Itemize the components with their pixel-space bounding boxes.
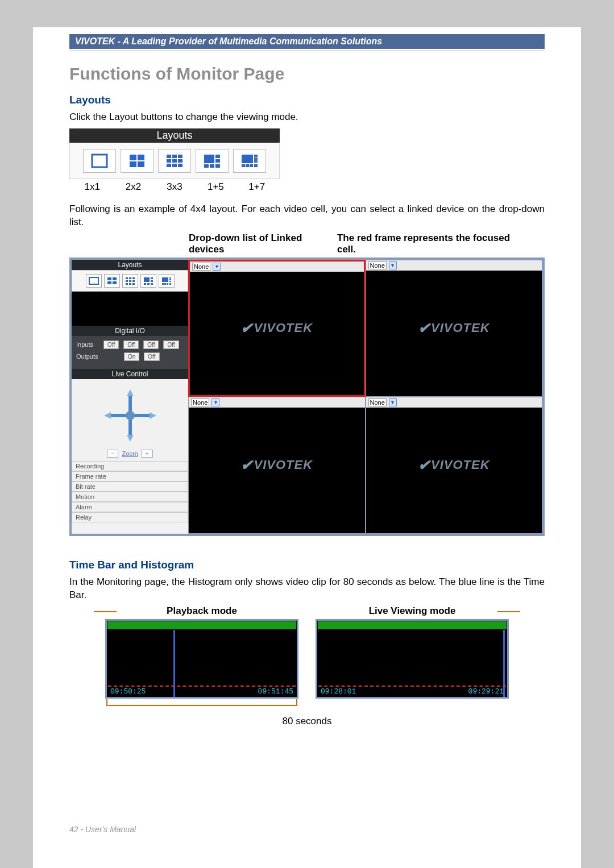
- device-select-1[interactable]: None: [192, 263, 210, 271]
- mini-2x2[interactable]: [104, 274, 120, 288]
- inputs-label: Inputs: [76, 341, 99, 348]
- layout-2x2-button[interactable]: [121, 149, 154, 173]
- stat-recording: Recording: [72, 461, 188, 471]
- dashed-line: [318, 686, 506, 687]
- svg-rect-16: [215, 159, 220, 163]
- layout-1plus5-button[interactable]: [196, 149, 229, 173]
- lv-time-end: 09:29:21: [468, 687, 504, 696]
- camera-preview: [72, 292, 188, 326]
- input-1[interactable]: Off: [103, 340, 119, 349]
- output-off[interactable]: Off: [144, 352, 159, 361]
- vivotek-logo: ✔VIVOTEK: [240, 456, 313, 474]
- ptz-home-icon[interactable]: [126, 411, 135, 420]
- sidebar: Layouts Digital I/O Inputs Off Off Off: [72, 260, 188, 534]
- playback-timebar: Playback mode 09:50:25 09:51:45: [105, 605, 298, 699]
- doc-header: VIVOTEK - A Leading Provider of Multimed…: [69, 34, 545, 49]
- svg-rect-5: [167, 155, 171, 158]
- svg-rect-10: [178, 159, 182, 163]
- video-cell-1[interactable]: None ▾ ✔VIVOTEK: [188, 260, 366, 397]
- svg-rect-37: [129, 280, 131, 282]
- svg-rect-7: [178, 155, 182, 158]
- duration-label: 80 seconds: [69, 716, 545, 727]
- svg-rect-40: [129, 283, 131, 285]
- page-title: Functions of Monitor Page: [69, 64, 545, 84]
- svg-rect-45: [144, 283, 146, 285]
- layouts-bar: Layouts 1x1 2x2: [69, 128, 280, 193]
- digital-io-title: Digital I/O: [72, 326, 188, 336]
- svg-rect-2: [138, 155, 144, 160]
- input-2[interactable]: Off: [123, 340, 139, 349]
- layout-1x1-button[interactable]: [83, 149, 116, 173]
- svg-rect-63: [134, 414, 150, 417]
- video-cell-3[interactable]: None ▾ ✔VIVOTEK: [188, 397, 366, 534]
- vivotek-logo: ✔VIVOTEK: [418, 319, 490, 337]
- svg-rect-32: [113, 281, 117, 284]
- svg-rect-62: [111, 414, 127, 417]
- video-cell-4[interactable]: None ▾ ✔VIVOTEK: [366, 397, 543, 534]
- section-timebar-heading: Time Bar and Histogram: [69, 559, 545, 571]
- svg-rect-55: [169, 283, 171, 285]
- example-text: Following is an example of 4x4 layout. F…: [69, 203, 545, 229]
- mini-1p5[interactable]: [140, 274, 156, 288]
- svg-rect-1: [130, 155, 136, 160]
- svg-rect-41: [132, 283, 135, 285]
- svg-marker-56: [127, 389, 134, 396]
- zoom-in-button[interactable]: +: [142, 450, 153, 458]
- input-4[interactable]: Off: [163, 340, 179, 349]
- svg-rect-52: [162, 283, 164, 285]
- svg-rect-13: [178, 164, 182, 167]
- output-on[interactable]: On: [124, 352, 139, 361]
- device-select-2[interactable]: None: [368, 261, 387, 269]
- svg-rect-48: [162, 277, 168, 282]
- svg-rect-0: [92, 155, 107, 167]
- device-select-3[interactable]: None: [191, 398, 209, 406]
- chevron-down-icon[interactable]: ▾: [389, 398, 397, 406]
- mini-1p7[interactable]: [159, 274, 175, 288]
- sidebar-layouts-title: Layouts: [72, 260, 188, 270]
- svg-rect-18: [210, 164, 214, 168]
- stat-relay: Relay: [72, 512, 188, 522]
- lv-time-start: 09:28:01: [321, 687, 356, 696]
- svg-rect-8: [167, 159, 171, 163]
- divider: [69, 50, 545, 51]
- svg-rect-4: [138, 161, 144, 167]
- chevron-down-icon[interactable]: ▾: [389, 261, 397, 269]
- green-bar: [318, 621, 507, 629]
- svg-marker-58: [104, 412, 111, 419]
- mini-3x3[interactable]: [122, 274, 138, 288]
- svg-rect-54: [167, 283, 168, 285]
- svg-rect-35: [132, 277, 135, 279]
- layout-3x3-button[interactable]: [158, 149, 191, 173]
- svg-rect-19: [215, 164, 220, 168]
- pb-time-start: 09:50:25: [110, 687, 146, 696]
- zoom-out-button[interactable]: −: [107, 450, 118, 458]
- svg-rect-11: [167, 164, 171, 167]
- svg-rect-15: [215, 155, 220, 158]
- video-cell-2[interactable]: None ▾ ✔VIVOTEK: [366, 260, 543, 397]
- stat-alarm: Alarm: [72, 502, 188, 512]
- chevron-down-icon[interactable]: ▾: [211, 398, 219, 406]
- layouts-bar-title: Layouts: [69, 128, 280, 143]
- svg-rect-21: [254, 155, 258, 157]
- layout-1plus7-button[interactable]: [233, 149, 266, 173]
- svg-rect-26: [250, 164, 253, 167]
- svg-rect-36: [126, 280, 128, 282]
- svg-rect-14: [204, 155, 214, 163]
- svg-rect-42: [144, 277, 150, 282]
- section-layouts-heading: Layouts: [69, 94, 545, 106]
- playback-label: Playback mode: [105, 605, 298, 617]
- device-select-4[interactable]: None: [368, 398, 387, 406]
- ptz-control[interactable]: [102, 387, 159, 444]
- cap-2x2: 2x2: [117, 181, 150, 193]
- cap-1p5: 1+5: [199, 181, 232, 193]
- svg-rect-47: [151, 283, 153, 285]
- vivotek-logo: ✔VIVOTEK: [240, 319, 313, 337]
- svg-rect-34: [129, 277, 131, 279]
- pb-time-end: 09:51:45: [258, 687, 293, 696]
- stat-bitrate: Bit rate: [72, 481, 188, 492]
- input-3[interactable]: Off: [143, 340, 159, 349]
- chevron-down-icon[interactable]: ▾: [213, 263, 221, 271]
- svg-rect-44: [151, 280, 153, 282]
- mini-1x1[interactable]: [86, 274, 102, 288]
- page-footer: 42 - User's Manual: [69, 825, 136, 834]
